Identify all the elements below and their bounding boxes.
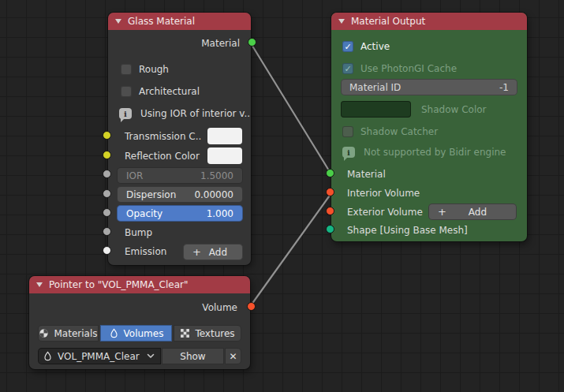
info-icon: i: [342, 147, 355, 158]
reflection-color-swatch[interactable]: [207, 147, 242, 164]
active-label: Active: [360, 41, 390, 52]
glass-material-node-header[interactable]: Glass Material: [108, 13, 251, 30]
dispersion-value: 0.00000: [194, 189, 233, 200]
exterior-volume-input-socket[interactable]: [326, 207, 334, 215]
collapse-arrow-icon[interactable]: [36, 282, 43, 287]
shadow-color-label: Shadow Color: [421, 104, 487, 115]
node-title: Pointer to "VOL_PMMA_Clear": [49, 279, 189, 290]
close-icon: ✕: [229, 351, 237, 362]
datablock-type-tabs: Materials Volumes Textures: [38, 325, 241, 342]
droplet-icon: [109, 328, 119, 338]
collapse-arrow-icon[interactable]: [338, 19, 345, 24]
material-output-node[interactable]: Material Output ✓ Active ✓ Use PhotonGI …: [331, 13, 527, 241]
reflection-color-socket[interactable]: [103, 151, 111, 159]
plus-icon: +: [192, 246, 201, 258]
bump-label: Bump: [125, 227, 152, 238]
material-output-socket[interactable]: [248, 38, 256, 47]
dispersion-socket[interactable]: [103, 189, 111, 198]
droplet-icon: [43, 351, 53, 361]
emission-socket[interactable]: [103, 246, 111, 255]
photongi-cache-label: Use PhotonGI Cache: [360, 63, 457, 74]
ior-value: 1.5000: [200, 170, 233, 181]
tab-materials[interactable]: Materials: [38, 325, 99, 342]
rough-checkbox[interactable]: [121, 64, 132, 75]
checker-texture-icon: [180, 328, 190, 338]
dispersion-label: Dispersion: [126, 189, 176, 200]
tab-textures[interactable]: Textures: [174, 325, 241, 342]
material-input-label: Material: [347, 169, 386, 180]
opacity-label: Opacity: [126, 208, 162, 219]
glass-material-node[interactable]: Glass Material Material Rough Architectu…: [108, 13, 251, 265]
material-output-label: Material: [201, 38, 240, 49]
architectural-checkbox[interactable]: [121, 86, 132, 97]
active-checkbox[interactable]: ✓: [342, 41, 353, 52]
material-id-field[interactable]: Material ID -1: [341, 79, 517, 95]
bidir-info-text: Not supported by Bidir engine: [364, 147, 506, 158]
reflection-color-label: Reflection Color: [125, 151, 200, 162]
material-output-node-header[interactable]: Material Output: [331, 13, 527, 30]
shadow-catcher-checkbox[interactable]: [342, 126, 353, 137]
tab-label: Materials: [54, 328, 97, 339]
transmission-color-label: Transmission C..: [125, 131, 201, 142]
exterior-volume-input-label: Exterior Volume: [347, 207, 423, 218]
dispersion-slider[interactable]: Dispersion 0.00000: [117, 186, 243, 203]
photongi-cache-checkbox[interactable]: ✓: [342, 63, 353, 74]
bump-socket[interactable]: [103, 227, 111, 236]
material-id-value: -1: [499, 82, 509, 93]
volume-datablock-name: VOL_PMMA_Clear: [58, 351, 147, 362]
show-button[interactable]: Show: [162, 348, 224, 364]
shadow-color-swatch[interactable]: [341, 101, 411, 118]
add-button-label: Add: [446, 207, 509, 218]
collapse-arrow-icon[interactable]: [115, 19, 121, 24]
volume-pointer-node[interactable]: Pointer to "VOL_PMMA_Clear" Volume Mater…: [29, 276, 250, 369]
ior-label: IOR: [126, 170, 143, 181]
chevron-down-icon: [147, 353, 155, 359]
volume-datablock-dropdown[interactable]: VOL_PMMA_Clear: [38, 348, 161, 364]
rough-label: Rough: [139, 64, 169, 75]
tab-volumes[interactable]: Volumes: [100, 325, 172, 342]
opacity-slider[interactable]: Opacity 1.000: [117, 205, 243, 222]
interior-volume-input-socket[interactable]: [326, 188, 334, 196]
transmission-color-swatch[interactable]: [207, 128, 242, 144]
tab-label: Volumes: [124, 328, 164, 339]
node-editor-canvas[interactable]: { "shared": { "check": "✓", "plus": "+",…: [0, 0, 564, 392]
plus-icon: +: [438, 206, 446, 218]
transmission-color-socket[interactable]: [103, 131, 111, 140]
emission-add-button[interactable]: + Add: [183, 244, 243, 260]
emission-label: Emission: [125, 246, 166, 257]
material-input-socket[interactable]: [326, 169, 334, 177]
unlink-button[interactable]: ✕: [225, 348, 241, 364]
volume-pointer-node-header[interactable]: Pointer to "VOL_PMMA_Clear": [29, 276, 250, 293]
architectural-label: Architectural: [139, 86, 200, 97]
link-volume-to-output: [249, 193, 331, 308]
opacity-value: 1.000: [207, 208, 233, 219]
interior-volume-input-label: Interior Volume: [347, 188, 420, 199]
shape-input-socket[interactable]: [326, 225, 334, 233]
info-icon: i: [119, 108, 132, 119]
link-glass-to-output: [251, 43, 331, 174]
tab-label: Textures: [195, 328, 234, 339]
node-title: Material Output: [351, 16, 425, 27]
shape-input-label: Shape [Using Base Mesh]: [347, 225, 468, 236]
show-button-label: Show: [180, 351, 205, 362]
opacity-socket[interactable]: [103, 208, 111, 217]
shadow-catcher-label: Shadow Catcher: [360, 126, 438, 137]
material-sphere-icon: [39, 328, 49, 338]
node-title: Glass Material: [128, 16, 195, 27]
ior-info-text: Using IOR of interior v..: [140, 108, 250, 119]
add-button-label: Add: [201, 247, 235, 258]
material-id-label: Material ID: [349, 82, 401, 93]
ior-socket[interactable]: [103, 170, 111, 178]
volume-output-label: Volume: [202, 302, 237, 313]
volume-output-socket[interactable]: [247, 302, 256, 311]
exterior-volume-add-button[interactable]: + Add: [428, 203, 517, 220]
ior-slider[interactable]: IOR 1.5000: [117, 167, 243, 184]
